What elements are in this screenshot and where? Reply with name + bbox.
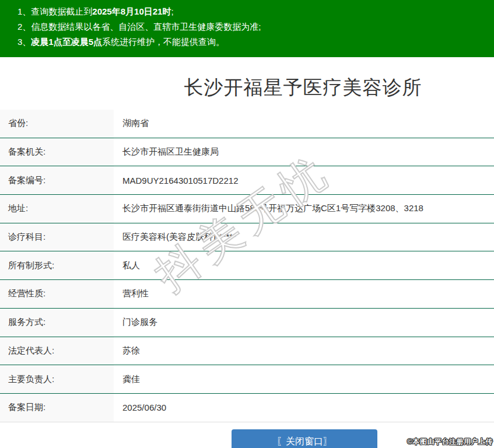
- row-value: MAD9UY21643010517D2212: [114, 166, 494, 194]
- table-row-business-nature: 经营性质: 营利性: [0, 280, 494, 309]
- row-label: 备案日期:: [0, 394, 114, 422]
- copyright-watermark: ©本图由平台注册用户上传: [407, 437, 493, 447]
- row-label: 省份:: [0, 110, 114, 138]
- notice-banner: 1、查询数据截止到2025年8月10日21时; 2、信息数据结果以各省、自治区、…: [0, 0, 494, 57]
- notice-3-text: 系统进行维护，不能提供查询。: [102, 37, 225, 47]
- row-label: 所有制形式:: [0, 251, 114, 279]
- row-label: 地址:: [0, 195, 114, 223]
- row-label: 备案机关:: [0, 138, 114, 166]
- table-row-filing-authority: 备案机关: 长沙市开福区卫生健康局: [0, 138, 494, 167]
- close-window-button[interactable]: 〖关闭窗口〗: [232, 429, 377, 448]
- table-row-province: 省份: 湖南省: [0, 110, 494, 138]
- notice-1-text: 1、查询数据截止到: [17, 6, 92, 16]
- row-label: 经营性质:: [0, 280, 114, 308]
- page-title: 长沙开福星予医疗美容诊所: [56, 75, 494, 101]
- notice-1-punct: ;: [171, 6, 173, 16]
- row-value: 医疗美容科(美容皮肤科)******: [114, 223, 494, 251]
- table-row-service-mode: 服务方式: 门诊服务: [0, 309, 494, 337]
- notice-2-text: 2、信息数据结果以各省、自治区、直辖市卫生健康委数据为准;: [17, 22, 261, 32]
- row-value: 苏徐: [114, 337, 494, 365]
- table-row-legal-representative: 法定代表人: 苏徐: [0, 337, 494, 366]
- notice-3-number: 3、: [17, 37, 31, 47]
- table-row-filing-date: 备案日期: 2025/06/30: [0, 394, 494, 422]
- row-value: 长沙市开福区通泰街街道中山路589号开福万达广场C区1号写字楼3208、3218: [114, 195, 494, 223]
- row-value: 龚佳: [114, 365, 494, 393]
- row-value: 长沙市开福区卫生健康局: [114, 138, 494, 166]
- row-value: 2025/06/30: [114, 394, 494, 422]
- row-value: 私人: [114, 251, 494, 279]
- notice-1-deadline: 2025年8月10日21时: [92, 6, 171, 16]
- notice-3-maintenance-window: 凌晨1点至凌晨5点: [31, 37, 102, 47]
- table-row-filing-number: 备案编号: MAD9UY21643010517D2212: [0, 166, 494, 195]
- row-label: 备案编号:: [0, 166, 114, 194]
- notice-line-3: 3、凌晨1点至凌晨5点系统进行维护，不能提供查询。: [17, 34, 494, 50]
- row-label: 法定代表人:: [0, 337, 114, 365]
- table-row-address: 地址: 长沙市开福区通泰街街道中山路589号开福万达广场C区1号写字楼3208、…: [0, 195, 494, 223]
- page: 1、查询数据截止到2025年8月10日21时; 2、信息数据结果以各省、自治区、…: [0, 0, 494, 448]
- row-value: 营利性: [114, 280, 494, 308]
- row-label: 诊疗科目:: [0, 223, 114, 251]
- table-row-ownership-type: 所有制形式: 私人: [0, 251, 494, 280]
- row-value: 门诊服务: [114, 309, 494, 337]
- table-row-treatment-subjects: 诊疗科目: 医疗美容科(美容皮肤科)******: [0, 223, 494, 252]
- notice-line-1: 1、查询数据截止到2025年8月10日21时;: [17, 4, 494, 19]
- row-label: 服务方式:: [0, 309, 114, 337]
- row-value: 湖南省: [114, 110, 494, 138]
- table-row-principal: 主要负责人: 龚佳: [0, 365, 494, 394]
- row-label: 主要负责人:: [0, 365, 114, 393]
- info-table: 省份: 湖南省 备案机关: 长沙市开福区卫生健康局 备案编号: MAD9UY21…: [0, 110, 494, 422]
- notice-line-2: 2、信息数据结果以各省、自治区、直辖市卫生健康委数据为准;: [17, 19, 494, 34]
